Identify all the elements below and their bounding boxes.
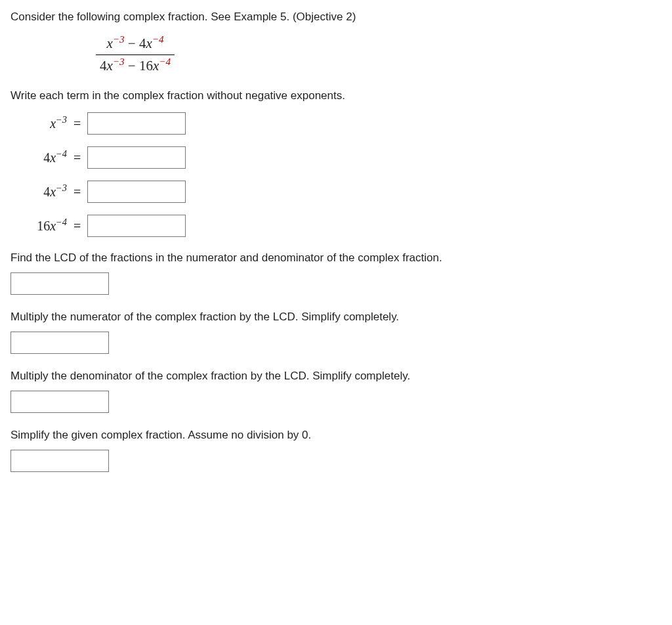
term-label: x−3 xyxy=(10,114,74,133)
term-row: 4x−4 = xyxy=(10,146,662,169)
term-answer-input-1[interactable] xyxy=(87,112,186,135)
term-row: x−3 = xyxy=(10,112,662,135)
term-label: 16x−4 xyxy=(10,217,74,235)
equals-sign: = xyxy=(74,217,87,235)
denominator-answer-input[interactable] xyxy=(10,391,109,413)
term-row: 16x−4 = xyxy=(10,215,662,237)
intro-text: Consider the following complex fraction.… xyxy=(10,9,662,25)
simplify-prompt: Simplify the given complex fraction. Ass… xyxy=(10,427,662,443)
term-rows: x−3 = 4x−4 = 4x−3 = 16x−4 = xyxy=(10,112,662,237)
complex-fraction: x−3 − 4x−4 4x−3 − 16x−4 xyxy=(96,34,662,76)
fraction-numerator: x−3 − 4x−4 xyxy=(96,34,175,54)
mult-num-prompt: Multiply the numerator of the complex fr… xyxy=(10,309,662,325)
term-answer-input-3[interactable] xyxy=(87,181,186,203)
equals-sign: = xyxy=(74,148,87,167)
numerator-answer-input[interactable] xyxy=(10,332,109,354)
rewrite-prompt: Write each term in the complex fraction … xyxy=(10,88,662,104)
term-row: 4x−3 = xyxy=(10,181,662,203)
equals-sign: = xyxy=(74,114,87,133)
term-answer-input-2[interactable] xyxy=(87,146,186,169)
term-label: 4x−4 xyxy=(10,148,74,167)
equals-sign: = xyxy=(74,183,87,201)
term-answer-input-4[interactable] xyxy=(87,215,186,237)
simplify-answer-input[interactable] xyxy=(10,450,109,472)
fraction-denominator: 4x−3 − 16x−4 xyxy=(96,54,175,75)
mult-den-prompt: Multiply the denominator of the complex … xyxy=(10,368,662,384)
term-label: 4x−3 xyxy=(10,183,74,201)
lcd-prompt: Find the LCD of the fractions in the num… xyxy=(10,250,662,266)
lcd-answer-input[interactable] xyxy=(10,272,109,295)
